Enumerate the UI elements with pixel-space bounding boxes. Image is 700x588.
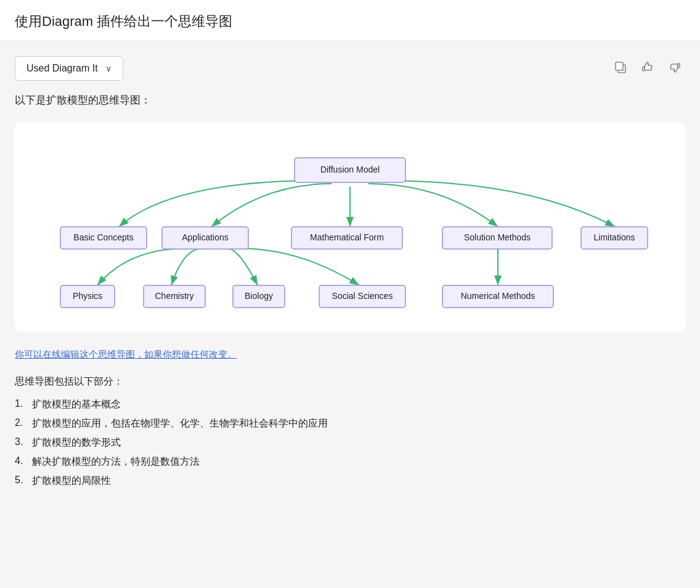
summary-list: 1.扩散模型的基本概念2.扩散模型的应用，包括在物理学、化学、生物学和社会科学中… — [15, 398, 685, 488]
list-item: 1.扩散模型的基本概念 — [15, 398, 685, 411]
list-text: 解决扩散模型的方法，特别是数值方法 — [32, 455, 200, 468]
edit-link[interactable]: 你可以在线编辑这个思维导图，如果你想做任何改变。 — [15, 349, 685, 361]
list-text: 扩散模型的数学形式 — [32, 436, 121, 449]
chevron-down-icon: ∨ — [105, 63, 112, 73]
svg-rect-1 — [616, 62, 623, 70]
copy-button[interactable] — [610, 58, 631, 80]
node-limitations-text: Limitations — [594, 232, 635, 242]
node-solution-methods-text: Solution Methods — [464, 232, 531, 242]
edge-app-social — [239, 248, 359, 285]
edge-app-biology — [227, 248, 258, 285]
list-text: 扩散模型的局限性 — [32, 475, 111, 488]
list-text: 扩散模型的应用，包括在物理学、化学、生物学和社会科学中的应用 — [32, 417, 328, 430]
content-area: Used Diagram It ∨ — [0, 41, 700, 508]
node-math-form-text: Mathematical Form — [310, 232, 384, 242]
dropdown-label: Used Diagram It — [26, 63, 98, 74]
edge-app-chemistry — [171, 248, 202, 285]
page-title: 使用Diagram 插件给出一个思维导图 — [15, 12, 685, 31]
page-header: 使用Diagram 插件给出一个思维导图 — [0, 0, 700, 41]
intro-text: 以下是扩散模型的思维导图： — [15, 93, 685, 107]
node-root-text: Diffusion Model — [320, 165, 380, 174]
edge-root-limitations — [384, 181, 615, 227]
node-physics-text: Physics — [73, 291, 102, 301]
edge-root-solution — [368, 184, 498, 227]
node-basic-concepts-text: Basic Concepts — [73, 232, 133, 242]
mindmap-svg: Diffusion Model Basic Concepts Applicati… — [48, 141, 652, 313]
thumbup-icon — [641, 60, 654, 74]
thumbdown-button[interactable] — [664, 58, 685, 80]
list-num: 4. — [15, 455, 27, 468]
edge-root-applications — [211, 184, 332, 227]
list-item: 5.扩散模型的局限性 — [15, 475, 685, 488]
summary-label: 思维导图包括以下部分： — [15, 375, 685, 388]
node-applications-text: Applications — [182, 232, 229, 242]
edge-root-basic — [119, 181, 319, 227]
icon-group — [610, 58, 685, 80]
copy-icon — [614, 60, 627, 74]
svg-rect-2 — [643, 67, 645, 71]
list-num: 2. — [15, 417, 27, 430]
node-chemistry-text: Chemistry — [155, 291, 193, 301]
diagram-container: Diffusion Model Basic Concepts Applicati… — [15, 122, 685, 332]
used-diagram-it-dropdown[interactable]: Used Diagram It ∨ — [15, 56, 123, 81]
list-num: 5. — [15, 475, 27, 488]
list-num: 1. — [15, 398, 27, 411]
list-item: 3.扩散模型的数学形式 — [15, 436, 685, 449]
node-social-sciences-text: Social Sciences — [332, 291, 393, 301]
thumbdown-icon — [668, 60, 682, 74]
list-item: 4.解决扩散模型的方法，特别是数值方法 — [15, 455, 685, 468]
list-text: 扩散模型的基本概念 — [32, 398, 121, 411]
thumbup-button[interactable] — [637, 58, 658, 80]
node-biology-text: Biology — [245, 291, 273, 301]
list-item: 2.扩散模型的应用，包括在物理学、化学、生物学和社会科学中的应用 — [15, 417, 685, 430]
toolbar-row: Used Diagram It ∨ — [15, 56, 685, 81]
node-numerical-methods-text: Numerical Methods — [461, 291, 535, 301]
svg-rect-3 — [678, 63, 680, 68]
list-num: 3. — [15, 436, 27, 449]
